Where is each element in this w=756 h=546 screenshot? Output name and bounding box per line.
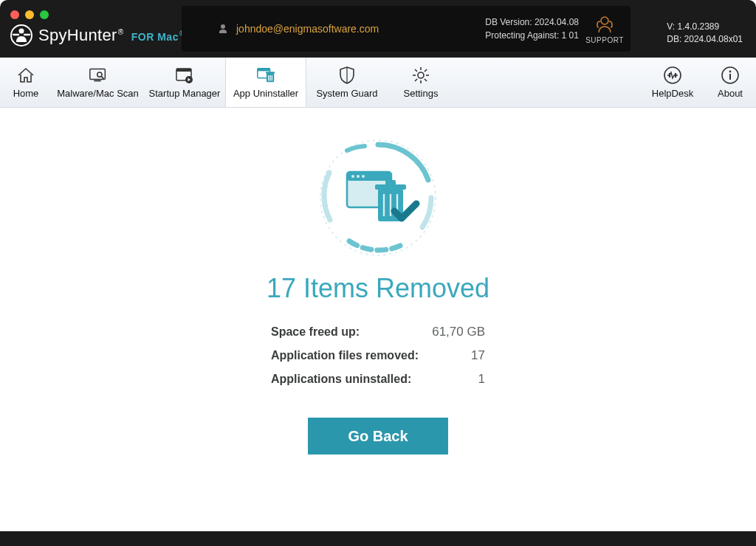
svg-point-2 bbox=[601, 17, 608, 24]
bottom-strip bbox=[0, 531, 756, 546]
stat-value: 61,70 GB bbox=[432, 325, 485, 339]
go-back-button[interactable]: Go Back bbox=[308, 418, 448, 455]
svg-point-37 bbox=[351, 175, 354, 178]
minimize-window-button[interactable] bbox=[25, 10, 34, 19]
stat-label: Application files removed: bbox=[271, 349, 419, 362]
svg-rect-42 bbox=[385, 180, 396, 185]
startup-icon bbox=[174, 66, 195, 85]
app-version-text: V: 1.4.0.2389 bbox=[667, 21, 743, 33]
tab-app-uninstaller[interactable]: App Uninstaller bbox=[225, 58, 306, 107]
support-label: SUPPORT bbox=[585, 36, 624, 44]
tab-settings[interactable]: Settings bbox=[388, 58, 454, 107]
shield-icon bbox=[337, 66, 357, 85]
main-toolbar: Home Malware/Mac Scan Startup Manager Ap… bbox=[0, 58, 756, 108]
svg-point-38 bbox=[357, 175, 360, 178]
scan-icon bbox=[88, 66, 109, 85]
svg-rect-4 bbox=[94, 80, 100, 82]
stat-value: 1 bbox=[478, 372, 485, 387]
tab-guard-label: System Guard bbox=[316, 88, 377, 99]
titlebar: SpyHunter® FOR Mac® johndoe@enigmasoftwa… bbox=[0, 0, 756, 58]
tab-about[interactable]: About bbox=[704, 58, 756, 107]
tab-startup-manager[interactable]: Startup Manager bbox=[144, 58, 225, 107]
result-illustration bbox=[312, 131, 444, 264]
stat-row-space: Space freed up: 61,70 GB bbox=[271, 325, 485, 339]
svg-rect-41 bbox=[375, 184, 406, 190]
tab-helpdesk-label: HelpDesk bbox=[652, 88, 693, 99]
support-button[interactable]: SUPPORT bbox=[579, 6, 630, 52]
svg-line-24 bbox=[415, 69, 417, 72]
stat-row-apps: Applications uninstalled: 1 bbox=[271, 372, 485, 387]
version-info: V: 1.4.0.2389 DB: 2024.04.08x01 bbox=[667, 21, 743, 46]
account-email-text: johndoe@enigmasoftware.com bbox=[236, 23, 379, 35]
user-icon bbox=[217, 23, 229, 35]
stat-row-files: Application files removed: 17 bbox=[271, 348, 485, 363]
tab-system-guard[interactable]: System Guard bbox=[306, 58, 388, 107]
svg-point-32 bbox=[729, 71, 732, 73]
tab-malware-scan[interactable]: Malware/Mac Scan bbox=[52, 58, 144, 107]
support-icon bbox=[594, 14, 615, 35]
tab-home[interactable]: Home bbox=[0, 58, 52, 107]
svg-line-25 bbox=[425, 79, 427, 81]
info-icon bbox=[720, 66, 740, 85]
app-logo: SpyHunter® FOR Mac® bbox=[10, 24, 185, 46]
gear-icon bbox=[410, 66, 431, 85]
header-info-panel: johndoe@enigmasoftware.com DB Version: 2… bbox=[182, 6, 617, 52]
maximize-window-button[interactable] bbox=[40, 10, 49, 19]
logo-text: SpyHunter® FOR Mac® bbox=[38, 26, 185, 45]
db-date-text: DB: 2024.04.08x01 bbox=[667, 33, 743, 46]
result-headline: 17 Items Removed bbox=[267, 273, 489, 304]
stat-label: Space freed up: bbox=[271, 325, 360, 339]
svg-point-19 bbox=[418, 72, 424, 78]
tab-about-label: About bbox=[718, 88, 743, 99]
main-content: 17 Items Removed Space freed up: 61,70 G… bbox=[0, 108, 756, 546]
stat-label: Applications uninstalled: bbox=[271, 373, 411, 386]
stat-value: 17 bbox=[471, 348, 485, 363]
spyhunter-logo-icon bbox=[10, 24, 32, 46]
svg-rect-8 bbox=[176, 69, 191, 72]
result-stats: Space freed up: 61,70 GB Application fil… bbox=[271, 325, 485, 395]
svg-line-27 bbox=[415, 79, 417, 81]
tab-uninstaller-label: App Uninstaller bbox=[233, 88, 298, 99]
helpdesk-icon bbox=[662, 66, 683, 85]
svg-point-28 bbox=[664, 67, 681, 83]
tab-scan-label: Malware/Mac Scan bbox=[57, 88, 139, 99]
svg-line-26 bbox=[425, 69, 427, 72]
tab-home-label: Home bbox=[13, 88, 39, 99]
svg-rect-14 bbox=[266, 72, 275, 73]
svg-point-39 bbox=[362, 175, 365, 178]
home-icon bbox=[16, 66, 36, 85]
svg-rect-12 bbox=[258, 69, 270, 72]
close-window-button[interactable] bbox=[10, 10, 19, 19]
window-controls bbox=[10, 10, 49, 19]
account-email[interactable]: johndoe@enigmasoftware.com bbox=[217, 23, 379, 35]
tab-helpdesk[interactable]: HelpDesk bbox=[641, 58, 704, 107]
uninstaller-icon bbox=[255, 66, 276, 85]
tab-settings-label: Settings bbox=[404, 88, 439, 99]
tab-startup-label: Startup Manager bbox=[149, 88, 221, 99]
svg-point-5 bbox=[97, 72, 101, 77]
svg-line-6 bbox=[101, 77, 103, 79]
svg-point-1 bbox=[19, 29, 24, 34]
